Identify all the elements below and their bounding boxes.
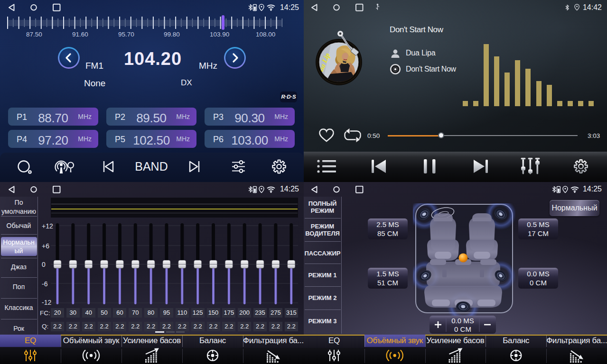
svg-text:BAND: BAND (135, 160, 168, 173)
